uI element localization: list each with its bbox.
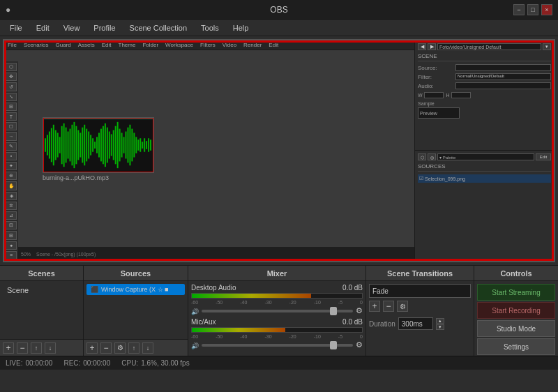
mixer-desktop-gear-icon[interactable] — [356, 306, 363, 315]
minimize-button[interactable]: − — [513, 4, 525, 15]
scenes-down-button[interactable]: ↓ — [45, 342, 56, 354]
menu-file[interactable]: File — [4, 22, 28, 33]
inner-tool-effects[interactable]: ✲ — [6, 202, 17, 210]
inner-tool-mask[interactable]: ◈ — [6, 192, 17, 200]
inner-menu-assets[interactable]: Assets — [76, 42, 97, 48]
scenes-add-button[interactable]: + — [3, 342, 14, 354]
transitions-add-button[interactable]: + — [369, 301, 380, 312]
inner-btn-c[interactable]: Edit — [536, 153, 551, 160]
inner-tool-zoom[interactable]: ⊕ — [6, 172, 17, 180]
inner-tool-color[interactable]: ● — [6, 241, 17, 250]
inner-bottom-dropdown[interactable]: ▾ Palette — [437, 153, 534, 160]
inner-w-input[interactable] — [424, 92, 444, 98]
inner-menu-edit2[interactable]: Edit — [266, 42, 280, 48]
inner-right-btn2[interactable]: ▶ — [428, 43, 436, 50]
inner-source-item[interactable]: ☑ Selection_099.png — [418, 174, 551, 183]
inner-tool-scale[interactable]: ⤡ — [6, 93, 17, 101]
inner-menu-guard[interactable]: Guard — [53, 42, 73, 48]
status-live: LIVE: 00:00:00 — [6, 359, 52, 367]
start-recording-button[interactable]: Start Recording — [477, 302, 555, 319]
inner-input-filter[interactable]: Normal/Unsigned/Default — [455, 73, 551, 80]
sources-down-button[interactable]: ↓ — [142, 342, 153, 354]
source-window-label: Window Capture (X ☆ ■ — [101, 286, 168, 293]
transitions-duration-up[interactable]: ▴ — [436, 318, 444, 324]
inner-input-source[interactable] — [455, 64, 551, 71]
svg-rect-18 — [77, 130, 79, 160]
source-item-window-capture[interactable]: ⬛ Window Capture (X ☆ ■ — [86, 284, 185, 295]
inner-tool-eyedrop[interactable]: ✦ — [6, 162, 17, 170]
inner-source-display: Foto/video/Unsigned Default — [437, 43, 541, 50]
mixer-desktop-vol-icon[interactable] — [191, 307, 199, 315]
inner-menu-theme[interactable]: Theme — [116, 42, 138, 48]
svg-rect-14 — [70, 129, 71, 162]
svg-rect-29 — [100, 129, 102, 162]
inner-menu-folder[interactable]: Folder — [140, 42, 160, 48]
inner-input-audio[interactable] — [455, 82, 551, 89]
inner-tool-select[interactable]: ⬡ — [6, 63, 17, 71]
menu-edit[interactable]: Edit — [31, 22, 55, 33]
svg-rect-41 — [126, 132, 127, 159]
titlebar-controls[interactable]: − □ × — [513, 4, 552, 15]
scene-item-scene[interactable]: Scene — [3, 284, 80, 296]
inner-tool-move[interactable]: ✥ — [6, 73, 17, 81]
sources-up-button[interactable]: ↑ — [128, 342, 140, 354]
mixer-channel-desktop: Desktop Audio 0.0 dB -60 -50 -40 -30 -20… — [191, 284, 363, 315]
scenes-up-button[interactable]: ↑ — [31, 342, 42, 354]
scenes-remove-button[interactable]: − — [17, 342, 28, 354]
mixer-mic-slider[interactable] — [202, 344, 353, 347]
inner-h-input[interactable] — [451, 92, 471, 98]
sources-add-button[interactable]: + — [86, 342, 98, 354]
transitions-type-select[interactable]: Fade Cut Slide — [369, 284, 471, 298]
inner-tool-filter[interactable]: ⊿ — [6, 211, 17, 220]
menu-help[interactable]: Help — [227, 22, 255, 33]
mixer-mic-vol-icon[interactable] — [191, 341, 199, 349]
waveform-filename: burning-a...pUkHO.mp3 — [43, 174, 109, 181]
inner-tool-text[interactable]: T — [6, 112, 17, 121]
inner-right-btn3[interactable]: ▾ — [543, 43, 551, 50]
menu-scene-collection[interactable]: Scene Collection — [124, 22, 193, 33]
settings-button[interactable]: Settings — [477, 338, 555, 355]
studio-mode-button[interactable]: Studio Mode — [477, 320, 555, 337]
inner-right-btn1[interactable]: ◀ — [418, 43, 426, 50]
inner-tool-3d[interactable]: ⊟ — [6, 221, 17, 229]
inner-menu-scenarios[interactable]: Scenarios — [22, 42, 51, 48]
inner-btn-a[interactable]: ⬡ — [418, 153, 426, 160]
inner-label-audio: Audio: — [418, 83, 453, 89]
inner-tool-rotate[interactable]: ↺ — [6, 82, 17, 91]
transitions-duration-down[interactable]: ▾ — [436, 324, 444, 330]
sources-settings-button[interactable] — [114, 342, 126, 354]
inner-tool-fill[interactable]: ▪ — [6, 152, 17, 160]
start-streaming-button[interactable]: Start Streaming — [477, 284, 555, 301]
inner-menu-render[interactable]: Render — [241, 42, 264, 48]
inner-tool-shape[interactable]: ◻ — [6, 122, 17, 130]
inner-tool-misc[interactable]: ≡ — [6, 251, 17, 259]
inner-menu-video[interactable]: Video — [220, 42, 239, 48]
svg-rect-19 — [80, 133, 81, 157]
mixer-desktop-slider[interactable] — [202, 310, 353, 312]
svg-rect-4 — [49, 132, 50, 159]
menu-profile[interactable]: Profile — [88, 22, 121, 33]
inner-btn-b[interactable]: ◎ — [428, 153, 436, 160]
menu-view[interactable]: View — [58, 22, 86, 33]
close-button[interactable]: × — [541, 4, 552, 15]
inner-menu-workspace[interactable]: Workspace — [163, 42, 195, 48]
inner-tool-arrow[interactable]: → — [6, 132, 17, 140]
transitions-settings-button[interactable] — [397, 301, 408, 312]
svg-rect-7 — [55, 130, 56, 160]
status-cpu-label: CPU: — [121, 359, 138, 367]
transitions-remove-button[interactable]: − — [383, 301, 394, 312]
inner-tool-grid[interactable]: ⊞ — [6, 231, 17, 239]
inner-tool-crop[interactable]: ⊞ — [6, 103, 17, 111]
mixer-mic-thumb — [330, 341, 337, 349]
inner-menu-filters[interactable]: Filters — [198, 42, 218, 48]
inner-menu-file[interactable]: File — [6, 42, 19, 48]
mixer-desktop-db: 0.0 dB — [342, 284, 363, 292]
inner-tool-pan[interactable]: ✋ — [6, 181, 17, 190]
mixer-mic-gear-icon[interactable] — [356, 340, 363, 349]
menu-tools[interactable]: Tools — [195, 22, 225, 33]
inner-menu-edit[interactable]: Edit — [100, 42, 114, 48]
transitions-duration-input[interactable] — [398, 317, 433, 330]
inner-tool-pen[interactable]: ✎ — [6, 142, 17, 151]
sources-remove-button[interactable]: − — [100, 342, 112, 354]
maximize-button[interactable]: □ — [527, 4, 538, 15]
